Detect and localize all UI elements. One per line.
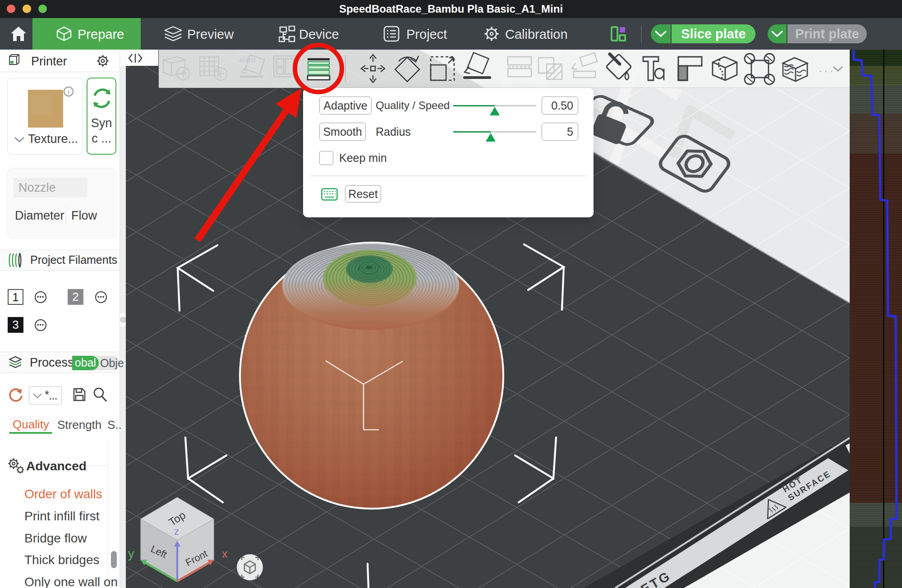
svg-text:x: x: [222, 547, 228, 560]
svg-text:...: ...: [819, 60, 835, 75]
svg-text:y: y: [128, 547, 134, 560]
svg-text:z: z: [174, 526, 179, 537]
